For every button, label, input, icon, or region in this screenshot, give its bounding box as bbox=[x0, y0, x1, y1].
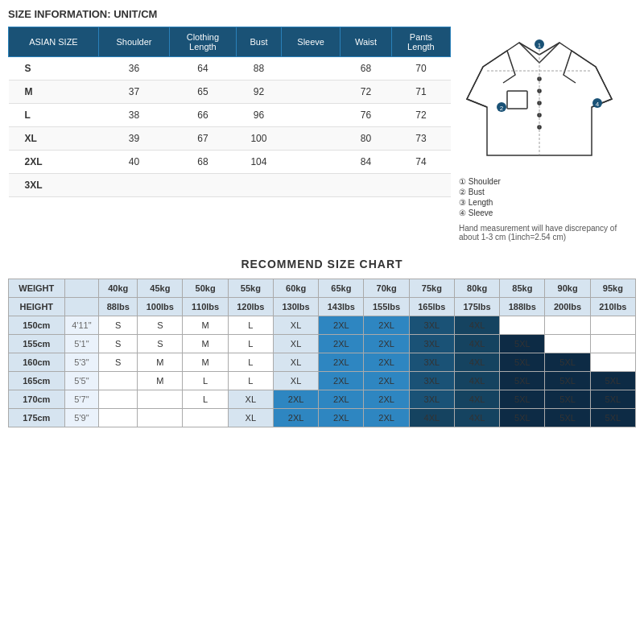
col-bust: Bust bbox=[236, 27, 281, 57]
size-cell: L bbox=[228, 316, 273, 335]
size-name: S bbox=[9, 57, 99, 80]
l-88lbs: 88lbs bbox=[99, 298, 138, 316]
w-85kg: 85kg bbox=[500, 279, 545, 298]
size-name: L bbox=[9, 104, 99, 127]
size-name: 3XL bbox=[9, 174, 99, 197]
recommend-row: 170cm 5'7" LXL2XL2XL2XL3XL4XL5XL5XL5XL bbox=[9, 390, 636, 409]
w-60kg: 60kg bbox=[273, 279, 318, 298]
recommend-row: 165cm 5'5" MLLXL2XL2XL3XL4XL5XL5XL5XL bbox=[9, 372, 636, 390]
size-cell: 2XL bbox=[319, 353, 364, 372]
size-name: 2XL bbox=[9, 151, 99, 174]
size-cell: M bbox=[183, 335, 228, 353]
waist-val: 76 bbox=[341, 104, 392, 127]
waist-val: 72 bbox=[341, 80, 392, 104]
weight-label-blank bbox=[64, 279, 99, 298]
waist-val: 68 bbox=[341, 57, 392, 80]
size-cell: 5XL bbox=[500, 372, 545, 390]
w-80kg: 80kg bbox=[454, 279, 499, 298]
shirt-svg: 1 2 4 bbox=[459, 27, 620, 171]
size-cell: 2XL bbox=[364, 409, 409, 427]
length-val: 64 bbox=[170, 57, 237, 80]
w-75kg: 75kg bbox=[409, 279, 454, 298]
size-cell: XL bbox=[273, 353, 318, 372]
svg-text:4: 4 bbox=[596, 101, 600, 108]
size-cell: 4XL bbox=[454, 390, 499, 409]
svg-rect-0 bbox=[507, 91, 527, 109]
legend-sleeve: ④ Sleeve bbox=[459, 208, 636, 217]
size-cell: 2XL bbox=[364, 390, 409, 409]
l-130lbs: 130lbs bbox=[273, 298, 318, 316]
size-table-row: L 38 66 96 76 72 bbox=[9, 104, 451, 127]
size-cell: L bbox=[183, 390, 228, 409]
l-120lbs: 120lbs bbox=[228, 298, 273, 316]
w-70kg: 70kg bbox=[364, 279, 409, 298]
size-cell bbox=[138, 409, 183, 427]
size-cell: 2XL bbox=[319, 316, 364, 335]
size-cell: 5XL bbox=[545, 390, 590, 409]
l-200lbs: 200lbs bbox=[545, 298, 590, 316]
ft-val: 5'1" bbox=[64, 335, 99, 353]
size-cell: 5XL bbox=[590, 390, 635, 409]
size-cell: 2XL bbox=[319, 335, 364, 353]
size-cell: XL bbox=[273, 335, 318, 353]
size-cell: S bbox=[99, 335, 138, 353]
shoulder-val: 36 bbox=[98, 57, 169, 80]
size-cell: 4XL bbox=[409, 409, 454, 427]
bust-val: 96 bbox=[236, 104, 281, 127]
size-table-row: XL 39 67 100 80 73 bbox=[9, 127, 451, 151]
bust-val: 92 bbox=[236, 80, 281, 104]
pants-val: 71 bbox=[391, 80, 450, 104]
size-cell: 3XL bbox=[409, 372, 454, 390]
length-val bbox=[170, 174, 237, 197]
col-waist: Waist bbox=[341, 27, 392, 57]
pants-val: 70 bbox=[391, 57, 450, 80]
size-cell: 5XL bbox=[500, 335, 545, 353]
size-cell: 2XL bbox=[319, 409, 364, 427]
shirt-legend: ① Shoulder ② Bust ③ Length ④ Sleeve bbox=[459, 177, 636, 217]
waist-val: 80 bbox=[341, 127, 392, 151]
shoulder-val: 37 bbox=[98, 80, 169, 104]
size-cell bbox=[545, 335, 590, 353]
size-cell bbox=[590, 316, 635, 335]
height-val: 165cm bbox=[9, 372, 65, 390]
size-table-row: 2XL 40 68 104 84 74 bbox=[9, 151, 451, 174]
lbs-blank bbox=[64, 298, 99, 316]
w-55kg: 55kg bbox=[228, 279, 273, 298]
size-cell: M bbox=[183, 353, 228, 372]
size-cell: 5XL bbox=[545, 353, 590, 372]
ft-val: 4'11" bbox=[64, 316, 99, 335]
size-cell: 2XL bbox=[364, 316, 409, 335]
sleeve-val bbox=[282, 151, 341, 174]
size-cell: 3XL bbox=[409, 390, 454, 409]
size-cell: 2XL bbox=[364, 353, 409, 372]
shirt-diagram: 1 2 4 ① Shoulder ② Bust ③ Length ④ Sleev… bbox=[459, 27, 636, 242]
pants-val bbox=[391, 174, 450, 197]
size-cell: 2XL bbox=[364, 372, 409, 390]
size-cell: 3XL bbox=[409, 316, 454, 335]
height-val: 175cm bbox=[9, 409, 65, 427]
weight-label: WEIGHT bbox=[9, 279, 65, 298]
size-table-container: ASIAN SIZE Shoulder ClothingLength Bust … bbox=[8, 27, 451, 242]
height-val: 160cm bbox=[9, 353, 65, 372]
recommend-row: 175cm 5'9" XL2XL2XL2XL4XL4XL5XL5XL5XL bbox=[9, 409, 636, 427]
size-cell: 5XL bbox=[500, 409, 545, 427]
l-110lbs: 110lbs bbox=[183, 298, 228, 316]
height-label: HEIGHT bbox=[9, 298, 65, 316]
size-table-row: M 37 65 92 72 71 bbox=[9, 80, 451, 104]
pants-val: 73 bbox=[391, 127, 450, 151]
col-clothing-length: ClothingLength bbox=[170, 27, 237, 57]
size-cell: 5XL bbox=[590, 372, 635, 390]
size-cell: M bbox=[183, 316, 228, 335]
shoulder-val: 39 bbox=[98, 127, 169, 151]
w-45kg: 45kg bbox=[138, 279, 183, 298]
ft-val: 5'9" bbox=[64, 409, 99, 427]
bust-val: 104 bbox=[236, 151, 281, 174]
l-100lbs: 100lbs bbox=[138, 298, 183, 316]
height-val: 150cm bbox=[9, 316, 65, 335]
col-shoulder: Shoulder bbox=[98, 27, 169, 57]
l-155lbs: 155lbs bbox=[364, 298, 409, 316]
size-table: ASIAN SIZE Shoulder ClothingLength Bust … bbox=[8, 27, 451, 197]
height-val: 170cm bbox=[9, 390, 65, 409]
length-val: 67 bbox=[170, 127, 237, 151]
svg-text:2: 2 bbox=[500, 105, 504, 112]
